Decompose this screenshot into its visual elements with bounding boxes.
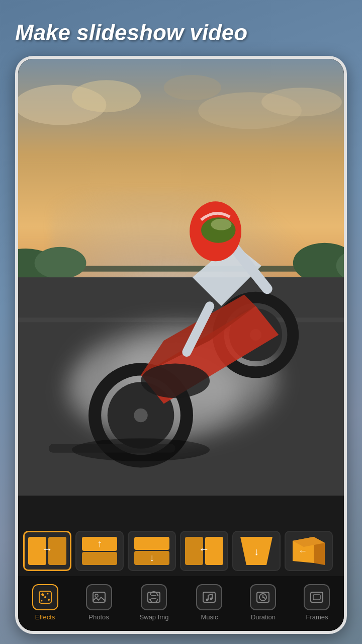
svg-point-1: [72, 80, 141, 112]
swap-img-icon: [146, 590, 161, 605]
svg-point-64: [206, 599, 209, 601]
duration-label: Duration: [251, 613, 276, 621]
svg-rect-72: [313, 595, 320, 600]
svg-point-8: [293, 243, 344, 283]
tool-duration[interactable]: Duration: [246, 582, 280, 623]
effects-label: Effects: [35, 613, 55, 621]
effects-row: → ↑ ↓ ←: [18, 526, 344, 576]
svg-rect-38: [134, 537, 169, 550]
svg-rect-71: [311, 592, 323, 602]
svg-point-65: [210, 598, 213, 600]
svg-text:←: ←: [298, 546, 307, 556]
dark-strip: [18, 496, 344, 526]
effect-zoom-down[interactable]: ↓: [232, 531, 281, 571]
photos-icon-wrap: [86, 584, 112, 610]
svg-point-3: [261, 88, 342, 116]
swap-img-icon-wrap: [141, 584, 167, 610]
tool-effects[interactable]: Effects: [28, 582, 62, 623]
preview-image: [18, 59, 344, 496]
frames-icon-wrap: [304, 584, 330, 610]
svg-rect-60: [148, 592, 160, 602]
svg-text:→: →: [42, 543, 53, 555]
swap-img-label: Swap Img: [140, 613, 169, 621]
svg-marker-62: [149, 598, 150, 600]
music-icon: [202, 590, 217, 605]
effect-slide-up[interactable]: ↑: [75, 531, 124, 571]
phone-frame: → ↑ ↓ ←: [15, 56, 347, 634]
bottom-toolbar: Effects Photos: [18, 576, 344, 631]
svg-rect-36: [82, 552, 117, 565]
photos-icon: [92, 590, 107, 605]
svg-rect-63: [203, 592, 215, 602]
svg-point-53: [48, 599, 50, 601]
svg-point-29: [211, 218, 231, 230]
svg-point-55: [44, 596, 46, 598]
svg-text:↓: ↓: [149, 552, 154, 563]
music-icon-wrap: [196, 584, 222, 610]
svg-point-7: [35, 247, 86, 279]
frames-label: Frames: [306, 613, 328, 621]
svg-point-23: [141, 363, 210, 398]
effect-slide-down[interactable]: ↓: [128, 531, 176, 571]
effect-cube-left[interactable]: ←: [285, 531, 333, 571]
svg-text:↑: ↑: [97, 538, 102, 549]
svg-point-54: [41, 600, 42, 602]
svg-point-17: [134, 408, 147, 422]
preview-area: [18, 59, 344, 496]
scene-svg: [18, 59, 344, 496]
svg-text:←: ←: [199, 543, 210, 555]
svg-point-59: [95, 594, 98, 597]
page-title: Make slideshow video: [0, 0, 362, 56]
frames-icon: [309, 590, 324, 605]
effects-icon: [38, 590, 53, 605]
duration-icon: [255, 590, 270, 605]
svg-point-70: [262, 597, 263, 598]
tool-music[interactable]: Music: [192, 582, 226, 623]
music-label: Music: [201, 613, 218, 621]
tool-frames[interactable]: Frames: [300, 582, 334, 623]
photos-label: Photos: [88, 613, 109, 621]
svg-point-52: [47, 593, 48, 595]
effects-icon-wrap: [32, 584, 58, 610]
duration-icon-wrap: [250, 584, 276, 610]
svg-point-51: [41, 594, 44, 596]
svg-rect-31: [49, 444, 175, 452]
svg-rect-58: [93, 592, 105, 602]
svg-point-4: [164, 75, 221, 100]
tool-swap-img[interactable]: Swap Img: [136, 582, 173, 623]
svg-text:↓: ↓: [254, 546, 259, 557]
tool-photos[interactable]: Photos: [82, 582, 116, 623]
effect-slide-right[interactable]: →: [23, 531, 71, 571]
effect-slide-left[interactable]: ←: [180, 531, 228, 571]
svg-marker-61: [157, 594, 159, 596]
